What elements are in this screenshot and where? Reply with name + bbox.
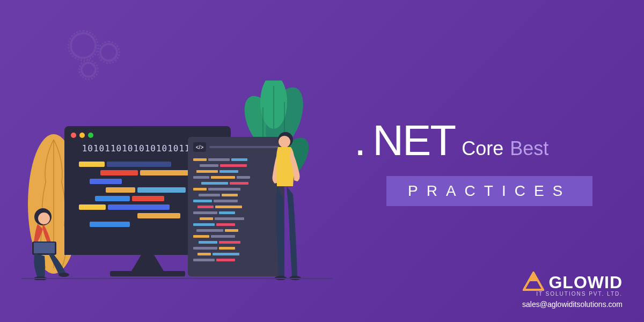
company-tagline: IT SOLUTIONS PVT. LTD. [536,291,623,297]
title-row: . NET Core Best [354,116,548,165]
illustration-section: 10101101010101010110101 </> [0,0,354,322]
title-net: NET [372,116,455,165]
title-core: Core [462,137,503,160]
practices-text: PRACTICES [408,182,571,199]
code-icon: </> [193,142,206,152]
monitor-base [110,271,185,276]
title-best: Best [510,137,548,160]
maximize-dot-icon [88,133,93,138]
svg-rect-9 [34,243,55,253]
svg-point-11 [58,273,69,277]
logo-triangle-icon [523,272,544,293]
company-name: GLOWID [548,273,623,292]
minimize-dot-icon [79,133,85,138]
practices-badge: PRACTICES [386,176,592,206]
contact-email: sales@aglowiditsolutions.com [509,300,623,309]
banner-container: 10101101010101010110101 </> [0,0,644,322]
ground-line [21,278,333,279]
person-sitting-illustration [19,205,83,280]
title-dot: . [354,116,366,165]
monitor-stand [131,255,164,271]
person-standing-illustration [263,130,311,280]
svg-point-7 [38,213,50,224]
logo-area: GLOWID IT SOLUTIONS PVT. LTD. sales@aglo… [509,272,623,309]
close-dot-icon [71,133,76,138]
svg-point-13 [279,136,290,148]
